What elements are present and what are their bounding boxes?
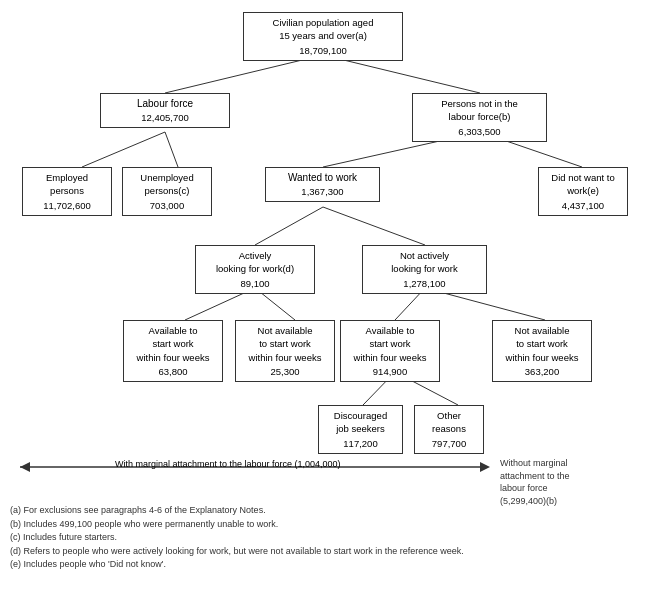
labour-force-node: Labour force 12,405,700 bbox=[100, 93, 230, 128]
civilian-node: Civilian population aged 15 years and ov… bbox=[243, 12, 403, 61]
employed-value: 11,702,600 bbox=[28, 200, 106, 212]
actively-looking-label: Actively looking for work(d) bbox=[216, 250, 294, 274]
did-not-want-value: 4,437,100 bbox=[544, 200, 622, 212]
employed-label: Employed persons bbox=[46, 172, 88, 196]
not-avail-active-node: Not available to start work within four … bbox=[235, 320, 335, 382]
footnote-b: (b) Includes 499,100 people who were per… bbox=[10, 518, 637, 532]
not-actively-looking-value: 1,278,100 bbox=[368, 278, 481, 290]
not-in-labour-label: Persons not in the labour force(b) bbox=[441, 98, 518, 122]
svg-line-6 bbox=[255, 207, 323, 245]
employed-node: Employed persons 11,702,600 bbox=[22, 167, 112, 216]
wanted-work-node: Wanted to work 1,367,300 bbox=[265, 167, 380, 202]
marginal-label: With marginal attachment to the labour f… bbox=[115, 459, 341, 469]
not-avail-not-active-label: Not available to start work within four … bbox=[506, 325, 579, 363]
unemployed-node: Unemployed persons(c) 703,000 bbox=[122, 167, 212, 216]
footnote-e: (e) Includes people who 'Did not know'. bbox=[10, 558, 637, 572]
unemployed-label: Unemployed persons(c) bbox=[140, 172, 193, 196]
wanted-work-value: 1,367,300 bbox=[271, 186, 374, 198]
avail-active-node: Available to start work within four week… bbox=[123, 320, 223, 382]
avail-not-active-node: Available to start work within four week… bbox=[340, 320, 440, 382]
not-avail-active-label: Not available to start work within four … bbox=[249, 325, 322, 363]
discouraged-label: Discouraged job seekers bbox=[334, 410, 387, 434]
svg-marker-16 bbox=[480, 462, 490, 472]
discouraged-node: Discouraged job seekers 117,200 bbox=[318, 405, 403, 454]
not-avail-active-value: 25,300 bbox=[241, 366, 329, 378]
not-avail-not-active-node: Not available to start work within four … bbox=[492, 320, 592, 382]
actively-looking-value: 89,100 bbox=[201, 278, 309, 290]
labour-force-value: 12,405,700 bbox=[106, 112, 224, 124]
avail-not-active-value: 914,900 bbox=[346, 366, 434, 378]
not-avail-not-active-value: 363,200 bbox=[498, 366, 586, 378]
footnote-d: (d) Refers to people who were actively l… bbox=[10, 545, 637, 559]
footnote-c: (c) Includes future starters. bbox=[10, 531, 637, 545]
svg-line-7 bbox=[323, 207, 425, 245]
footnotes: (a) For exclusions see paragraphs 4-6 of… bbox=[10, 504, 637, 572]
svg-line-2 bbox=[82, 132, 165, 167]
avail-active-value: 63,800 bbox=[129, 366, 217, 378]
did-not-want-node: Did not want to work(e) 4,437,100 bbox=[538, 167, 628, 216]
discouraged-value: 117,200 bbox=[324, 438, 397, 450]
other-reasons-label: Other reasons bbox=[432, 410, 466, 434]
avail-not-active-label: Available to start work within four week… bbox=[354, 325, 427, 363]
wanted-work-label: Wanted to work bbox=[288, 172, 357, 183]
actively-looking-node: Actively looking for work(d) 89,100 bbox=[195, 245, 315, 294]
not-in-labour-node: Persons not in the labour force(b) 6,303… bbox=[412, 93, 547, 142]
not-actively-looking-label: Not actively looking for work bbox=[391, 250, 458, 274]
civilian-value: 18,709,100 bbox=[249, 45, 397, 57]
svg-line-3 bbox=[165, 132, 178, 167]
other-reasons-value: 797,700 bbox=[420, 438, 478, 450]
unemployed-value: 703,000 bbox=[128, 200, 206, 212]
other-reasons-node: Other reasons 797,700 bbox=[414, 405, 484, 454]
not-actively-looking-node: Not actively looking for work 1,278,100 bbox=[362, 245, 487, 294]
labour-force-label: Labour force bbox=[137, 98, 193, 109]
avail-active-label: Available to start work within four week… bbox=[137, 325, 210, 363]
without-marginal-label: Without marginal attachment to the labou… bbox=[500, 457, 570, 507]
civilian-label: Civilian population aged 15 years and ov… bbox=[273, 17, 374, 41]
not-in-labour-value: 6,303,500 bbox=[418, 126, 541, 138]
did-not-want-label: Did not want to work(e) bbox=[551, 172, 614, 196]
